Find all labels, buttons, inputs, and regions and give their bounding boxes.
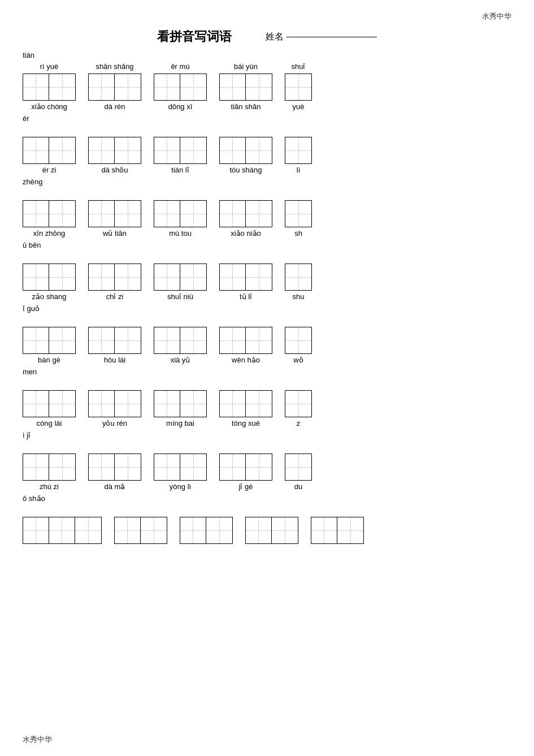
bottom-label-1-4: lì [297,166,301,174]
bottom-label-2-4: sh [294,229,302,237]
cell-group-5-4: z [285,379,312,427]
cell-group-5-2: míng bai [154,379,207,427]
writing-box-4-4 [285,327,312,354]
name-line[interactable] [286,37,377,37]
box-cell-3-3-0 [220,264,246,290]
top-label-0-0: rì yuè [40,62,59,72]
cell-group-5-1: yǒu rén [88,379,141,427]
writing-box-7-0 [23,517,102,544]
box-cell-1-3-0 [220,137,246,163]
box-cell-2-1-1 [115,201,141,227]
box-cell-6-1-0 [89,454,115,480]
section-label-3: ū běn [23,241,511,251]
bottom-label-3-2: shuǐ niú [167,292,193,301]
cell-group-4-4: wǒ [285,316,312,364]
box-cell-7-0-2 [75,517,101,543]
boxes-row-1: ér zidà shǒutián lǐtóu shànglì [23,126,511,174]
box-cell-2-0-0 [23,201,49,227]
cell-group-4-2: xià yǔ [154,316,207,364]
boxes-row-2: xīn zhōngwǔ tiānmù touxiǎo niǎosh [23,189,511,237]
writing-box-3-1 [88,263,141,291]
cell-group-3-2: shuǐ niú [154,252,207,301]
cell-group-0-2: ěr mùdōng xī [154,62,207,111]
bottom-label-4-2: xià yǔ [171,356,190,364]
writing-box-6-1 [88,453,141,481]
group-5: mencóng láiyǒu rénmíng baitóng xuéz [23,368,511,427]
cell-group-1-0: ér zi [23,126,76,174]
box-cell-5-2-1 [180,391,206,417]
section-label-7: ō shǎo [23,494,511,504]
box-cell-7-1-0 [115,517,141,543]
box-cell-6-3-1 [246,454,272,480]
box-cell-1-1-0 [89,137,115,163]
box-cell-0-3-1 [246,74,272,100]
box-cell-7-3-1 [272,517,298,543]
cell-group-1-4: lì [285,126,312,174]
box-cell-2-2-1 [180,201,206,227]
box-cell-1-3-1 [246,137,272,163]
cell-group-2-4: sh [285,189,312,237]
box-cell-1-0-0 [23,137,49,163]
bottom-label-0-2: dōng xī [168,102,193,111]
writing-box-0-3 [219,74,272,101]
box-cell-3-1-1 [115,264,141,290]
box-cell-0-0-1 [49,74,75,100]
boxes-row-4: bàn gèhòu láixià yǔwèn hǎowǒ [23,316,511,364]
box-cell-0-0-0 [23,74,49,100]
box-cell-4-1-1 [115,327,141,353]
box-cell-7-2-0 [180,517,206,543]
bottom-label-4-3: wèn hǎo [232,356,260,364]
box-cell-1-4-0 [285,137,311,163]
box-cell-5-3-0 [220,391,246,417]
box-cell-2-0-1 [49,201,75,227]
bottom-label-4-0: bàn gè [38,356,60,364]
bottom-label-5-1: yǒu rén [102,419,127,427]
bottom-label-3-3: tǔ lǐ [240,292,252,301]
cell-group-4-0: bàn gè [23,316,76,364]
writing-box-2-3 [219,200,272,227]
writing-box-7-2 [180,517,233,544]
box-cell-7-0-1 [49,517,75,543]
writing-box-4-3 [219,327,272,354]
exercise-container: tiánrì yuèxiǎo chóngshān shāngdà réněr m… [23,51,511,544]
bottom-label-4-1: hòu lái [104,356,125,364]
cell-group-3-3: tǔ lǐ [219,252,272,301]
writing-box-1-1 [88,137,141,164]
watermark-top: 水秀中华 [482,11,511,21]
box-cell-5-1-0 [89,391,115,417]
bottom-label-1-3: tóu shàng [229,166,262,174]
cell-group-3-1: chǐ zi [88,252,141,301]
cell-group-2-0: xīn zhōng [23,189,76,237]
writing-box-2-2 [154,200,207,227]
bottom-label-5-2: míng bai [166,419,194,427]
box-cell-3-3-1 [246,264,272,290]
writing-box-0-4 [285,74,312,101]
boxes-row-6: zhú zidà mǎyòng lìjǐ gèdu [23,442,511,491]
box-cell-2-3-0 [220,201,246,227]
top-label-0-2: ěr mù [171,62,189,72]
watermark-bottom: 水秀中华 [23,735,52,745]
cell-group-6-2: yòng lì [154,442,207,491]
cell-group-1-3: tóu shàng [219,126,272,174]
box-cell-5-0-1 [49,391,75,417]
bottom-label-0-4: yuè [293,102,305,111]
box-cell-3-4-0 [285,264,311,290]
group-7: ō shǎo [23,494,511,544]
writing-box-0-0 [23,74,76,101]
box-cell-3-2-1 [180,264,206,290]
writing-box-6-0 [23,453,76,481]
cell-group-1-2: tián lǐ [154,126,207,174]
box-cell-6-2-1 [180,454,206,480]
cell-group-7-3 [245,506,298,544]
boxes-row-7 [23,506,511,544]
writing-box-0-2 [154,74,207,101]
writing-box-1-0 [23,137,76,164]
cell-group-2-2: mù tou [154,189,207,237]
box-cell-0-3-0 [220,74,246,100]
writing-box-2-1 [88,200,141,227]
bottom-label-1-2: tián lǐ [171,166,189,174]
section-label-5: men [23,368,511,378]
cell-group-6-3: jǐ gè [219,442,272,491]
box-cell-7-4-0 [311,517,337,543]
bottom-label-3-1: chǐ zi [106,292,124,301]
